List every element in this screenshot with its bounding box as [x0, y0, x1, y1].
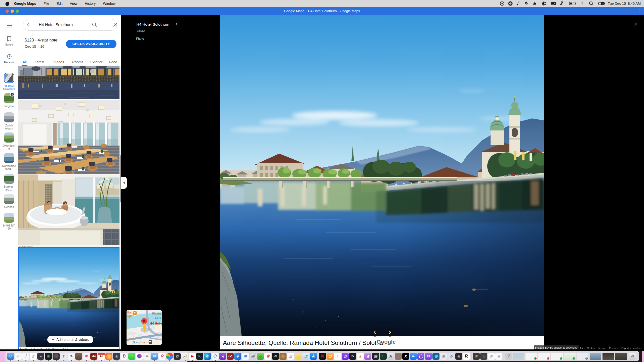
svg-text:nge: nge — [127, 314, 132, 318]
svg-text:Solothurn: Solothurn — [133, 341, 147, 344]
svg-text:Ritterq: Ritterq — [152, 312, 161, 315]
svg-text:Aare: Aare — [155, 316, 161, 320]
svg-text:H4 Hotel: H4 Hotel — [150, 322, 162, 325]
svg-text:Bar: Bar — [127, 310, 132, 314]
